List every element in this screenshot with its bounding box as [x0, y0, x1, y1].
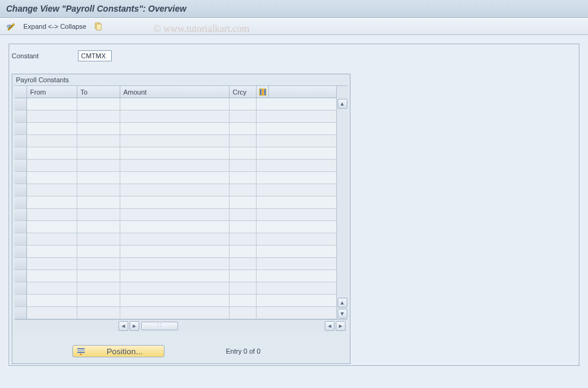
cell-to[interactable]	[77, 147, 120, 159]
scroll-left-end-icon[interactable]: ◄	[325, 321, 335, 331]
cell-crcy[interactable]	[230, 123, 257, 134]
cell-from[interactable]	[27, 184, 77, 196]
cell-from[interactable]	[27, 98, 77, 110]
vertical-scrollbar[interactable]: ▲ ▲ ▼	[336, 86, 347, 319]
cell-crcy[interactable]	[230, 209, 257, 220]
cell-crcy[interactable]	[230, 258, 257, 270]
cell-from[interactable]	[27, 307, 77, 319]
scroll-down-icon[interactable]: ▼	[338, 309, 347, 319]
cell-crcy[interactable]	[230, 147, 257, 159]
cell-to[interactable]	[77, 282, 120, 294]
cell-amount[interactable]	[120, 295, 230, 306]
toggle-display-change-icon[interactable]	[5, 20, 18, 33]
cell-from[interactable]	[27, 172, 77, 184]
cell-crcy[interactable]	[230, 196, 257, 208]
cell-to[interactable]	[77, 160, 120, 171]
row-selector[interactable]	[15, 270, 27, 282]
cell-crcy[interactable]	[230, 233, 257, 245]
cell-to[interactable]	[77, 258, 120, 270]
row-selector[interactable]	[15, 123, 27, 134]
cell-crcy[interactable]	[230, 307, 257, 319]
cell-amount[interactable]	[120, 98, 230, 110]
cell-to[interactable]	[77, 209, 120, 220]
row-selector[interactable]	[15, 196, 27, 208]
scroll-right-step-icon[interactable]: ►	[130, 321, 139, 331]
cell-from[interactable]	[27, 209, 77, 220]
hscroll-thumb[interactable]: ∷	[141, 322, 178, 330]
cell-crcy[interactable]	[230, 172, 257, 184]
scroll-right-icon[interactable]: ►	[336, 321, 346, 331]
cell-from[interactable]	[27, 196, 77, 208]
cell-amount[interactable]	[120, 196, 230, 208]
cell-from[interactable]	[27, 147, 77, 159]
row-selector[interactable]	[15, 258, 27, 270]
column-crcy[interactable]: Crcy	[230, 86, 257, 98]
cell-to[interactable]	[77, 295, 120, 306]
row-selector[interactable]	[15, 135, 27, 147]
row-selector[interactable]	[15, 221, 27, 233]
column-from[interactable]: From	[27, 86, 77, 98]
cell-to[interactable]	[77, 233, 120, 245]
cell-to[interactable]	[77, 246, 120, 257]
row-selector[interactable]	[15, 246, 27, 257]
cell-from[interactable]	[27, 282, 77, 294]
cell-crcy[interactable]	[230, 160, 257, 171]
cell-to[interactable]	[77, 123, 120, 134]
cell-amount[interactable]	[120, 270, 230, 282]
cell-crcy[interactable]	[230, 184, 257, 196]
horizontal-scrollbar[interactable]: ◄ ► ∷ ◄ ►	[15, 319, 347, 332]
cell-to[interactable]	[77, 307, 120, 319]
row-selector[interactable]	[15, 184, 27, 196]
cell-amount[interactable]	[120, 111, 230, 122]
cell-amount[interactable]	[120, 233, 230, 245]
select-all-column[interactable]	[15, 86, 27, 98]
cell-amount[interactable]	[120, 123, 230, 134]
column-amount[interactable]: Amount	[120, 86, 230, 98]
cell-amount[interactable]	[120, 258, 230, 270]
cell-amount[interactable]	[120, 160, 230, 171]
cell-to[interactable]	[77, 196, 120, 208]
cell-from[interactable]	[27, 233, 77, 245]
row-selector[interactable]	[15, 209, 27, 220]
cell-crcy[interactable]	[230, 295, 257, 306]
scroll-left-icon[interactable]: ◄	[118, 321, 128, 331]
cell-amount[interactable]	[120, 246, 230, 257]
scroll-up-icon[interactable]: ▲	[338, 99, 347, 109]
cell-crcy[interactable]	[230, 221, 257, 233]
cell-amount[interactable]	[120, 135, 230, 147]
row-selector[interactable]	[15, 98, 27, 110]
cell-amount[interactable]	[120, 172, 230, 184]
cell-crcy[interactable]	[230, 246, 257, 257]
cell-crcy[interactable]	[230, 135, 257, 147]
cell-from[interactable]	[27, 160, 77, 171]
cell-crcy[interactable]	[230, 111, 257, 122]
cell-amount[interactable]	[120, 307, 230, 319]
scroll-down-page-icon[interactable]: ▲	[338, 298, 347, 308]
row-selector[interactable]	[15, 233, 27, 245]
expand-collapse-button[interactable]: Expand <-> Collapse	[22, 23, 88, 30]
cell-from[interactable]	[27, 135, 77, 147]
cell-amount[interactable]	[120, 221, 230, 233]
cell-from[interactable]	[27, 246, 77, 257]
cell-amount[interactable]	[120, 282, 230, 294]
cell-amount[interactable]	[120, 209, 230, 220]
row-selector[interactable]	[15, 295, 27, 306]
constant-input[interactable]	[78, 50, 112, 61]
row-selector[interactable]	[15, 111, 27, 122]
position-button[interactable]: Position...	[72, 345, 164, 357]
cell-to[interactable]	[77, 221, 120, 233]
cell-from[interactable]	[27, 221, 77, 233]
column-to[interactable]: To	[77, 86, 120, 98]
row-selector[interactable]	[15, 160, 27, 171]
cell-from[interactable]	[27, 258, 77, 270]
cell-amount[interactable]	[120, 184, 230, 196]
cell-to[interactable]	[77, 184, 120, 196]
row-selector[interactable]	[15, 147, 27, 159]
cell-crcy[interactable]	[230, 98, 257, 110]
cell-to[interactable]	[77, 270, 120, 282]
row-selector[interactable]	[15, 282, 27, 294]
cell-amount[interactable]	[120, 147, 230, 159]
cell-crcy[interactable]	[230, 282, 257, 294]
cell-crcy[interactable]	[230, 270, 257, 282]
cell-from[interactable]	[27, 111, 77, 122]
